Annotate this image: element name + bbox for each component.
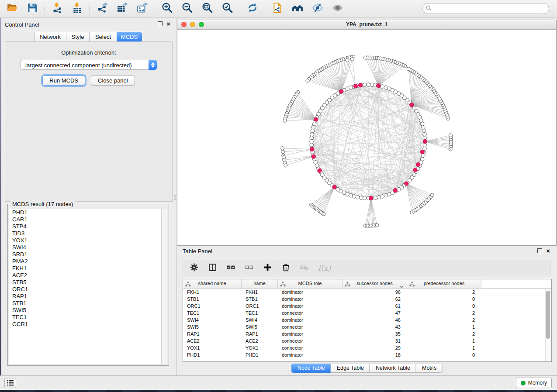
table-cell[interactable]: 1 — [407, 337, 481, 344]
mcds-result-item[interactable]: YOX1 — [9, 237, 161, 244]
tab-node-table[interactable]: Node Table — [291, 364, 331, 373]
share-document-button[interactable] — [271, 2, 284, 15]
table-cell[interactable]: SWI5 — [183, 323, 242, 330]
table-cell[interactable]: 47 — [343, 309, 407, 316]
table-row[interactable]: PHD1PHD1dominator180 — [183, 351, 551, 358]
mcds-result-item[interactable]: RAP1 — [9, 293, 161, 300]
table-cell[interactable]: 1 — [407, 344, 481, 351]
table-cell[interactable]: SWI5 — [242, 323, 278, 330]
window-close-button[interactable] — [181, 22, 187, 27]
table-scrollbar-thumb[interactable] — [546, 291, 550, 339]
column-header-name[interactable]: name — [242, 279, 278, 288]
mcds-result-item[interactable]: STB5 — [9, 279, 161, 286]
table-cell[interactable]: 43 — [343, 323, 407, 330]
table-cell[interactable]: YOX1 — [242, 344, 278, 351]
select-all-button[interactable] — [226, 263, 235, 273]
table-cell[interactable]: FKH1 — [183, 289, 242, 296]
table-cell[interactable]: connector — [278, 344, 343, 351]
export-table-button[interactable] — [116, 2, 129, 15]
mcds-result-item[interactable]: STP4 — [9, 223, 161, 230]
table-cell[interactable]: 35 — [343, 330, 407, 337]
table-cell[interactable]: 96 — [343, 289, 407, 296]
table-cell[interactable]: SWI4 — [183, 316, 242, 323]
table-cell[interactable]: 2 — [407, 289, 481, 296]
table-row[interactable]: FKH1FKH1dominator962 — [183, 289, 551, 296]
table-cell[interactable]: FKH1 — [242, 289, 278, 296]
tab-style[interactable]: Style — [66, 32, 90, 42]
mcds-result-item[interactable]: CAR1 — [9, 216, 161, 223]
table-cell[interactable]: dominator — [278, 303, 343, 309]
table-cell[interactable]: 0 — [407, 296, 481, 303]
mcds-result-item[interactable]: STB1 — [9, 300, 161, 307]
table-cell[interactable]: YOX1 — [183, 344, 242, 351]
memory-button[interactable]: Memory — [516, 378, 552, 388]
tab-select[interactable]: Select — [89, 32, 117, 42]
delete-table-button[interactable] — [300, 263, 309, 273]
table-cell[interactable]: connector — [278, 323, 343, 330]
table-cell[interactable]: SWI4 — [242, 316, 278, 323]
tab-motifs[interactable]: Motifs — [416, 364, 443, 373]
deselect-all-button[interactable] — [245, 263, 254, 273]
table-cell[interactable]: ACE2 — [242, 337, 278, 344]
network-overview-button[interactable] — [291, 2, 304, 15]
table-row[interactable]: YOX1YOX1connector291 — [183, 344, 551, 351]
tab-network-table[interactable]: Network Table — [370, 364, 416, 373]
zoom-selected-button[interactable] — [221, 2, 234, 15]
table-cell[interactable]: dominator — [278, 351, 343, 358]
table-cell[interactable]: 2 — [407, 309, 481, 316]
network-graph[interactable] — [177, 29, 556, 245]
table-cell[interactable]: dominator — [278, 330, 343, 337]
mcds-result-item[interactable]: ORC1 — [9, 286, 161, 293]
mcds-result-item[interactable]: TID3 — [9, 230, 161, 237]
table-cell[interactable]: 2 — [407, 330, 481, 337]
mcds-result-item[interactable]: TEC1 — [9, 314, 161, 321]
table-cell[interactable]: 31 — [343, 337, 407, 344]
add-column-button[interactable] — [263, 263, 272, 273]
column-header-shared-name[interactable]: shared name — [183, 279, 242, 288]
close-panel-inner-button[interactable]: Close panel — [91, 76, 135, 86]
table-cell[interactable]: RAP1 — [242, 330, 278, 337]
import-table-button[interactable] — [71, 2, 84, 15]
export-network-button[interactable] — [96, 2, 109, 15]
table-row[interactable]: SWI4SWI4dominator462 — [183, 316, 551, 323]
mcds-result-item[interactable]: FKH1 — [9, 265, 161, 272]
run-mcds-button[interactable]: Run MCDS — [42, 76, 85, 86]
close-panel-button[interactable]: × — [166, 22, 170, 26]
export-image-button[interactable] — [136, 2, 149, 15]
zoom-in-button[interactable] — [161, 2, 174, 15]
table-cell[interactable]: dominator — [278, 289, 343, 296]
table-cell[interactable]: 46 — [343, 316, 407, 323]
column-header-successor-nodes[interactable]: successor nodes — [343, 279, 407, 288]
table-cell[interactable]: 1 — [407, 323, 481, 330]
open-file-button[interactable] — [6, 2, 19, 15]
table-cell[interactable]: RAP1 — [183, 330, 242, 337]
tab-mcds[interactable]: MCDS — [117, 32, 142, 42]
table-cell[interactable]: 2 — [407, 316, 481, 323]
mcds-result-item[interactable]: GCR1 — [9, 321, 161, 328]
import-network-button[interactable] — [51, 2, 64, 15]
hide-selected-button[interactable] — [311, 2, 324, 15]
network-canvas[interactable] — [177, 29, 556, 245]
refresh-button[interactable] — [246, 2, 259, 15]
table-row[interactable]: RAP1RAP1dominator352 — [183, 330, 551, 337]
task-history-button[interactable] — [4, 378, 16, 388]
mcds-result-item[interactable]: ACE2 — [9, 272, 161, 279]
settings-button[interactable] — [190, 263, 199, 273]
search-input[interactable] — [422, 3, 549, 14]
table-cell[interactable]: ACE2 — [183, 337, 242, 344]
table-cell[interactable]: PHD1 — [242, 351, 278, 358]
table-cell[interactable]: 61 — [343, 303, 407, 309]
table-row[interactable]: ACE2ACE2connector311 — [183, 337, 551, 344]
table-cell[interactable]: STB1 — [242, 296, 278, 303]
table-cell[interactable]: 18 — [343, 351, 407, 358]
mcds-result-item[interactable]: SWI5 — [9, 307, 161, 314]
mcds-result-item[interactable]: PHD1 — [9, 209, 161, 216]
column-header-MCDS-role[interactable]: MCDS role — [278, 279, 343, 288]
mcds-result-item[interactable]: PMA2 — [9, 258, 161, 265]
table-cell[interactable]: TEC1 — [242, 309, 278, 316]
table-scrollbar[interactable] — [545, 289, 551, 361]
table-cell[interactable]: STB1 — [183, 296, 242, 303]
table-cell[interactable]: ORC1 — [242, 303, 278, 309]
tab-edge-table[interactable]: Edge Table — [331, 364, 370, 373]
result-list-scrollbar[interactable] — [161, 209, 167, 364]
